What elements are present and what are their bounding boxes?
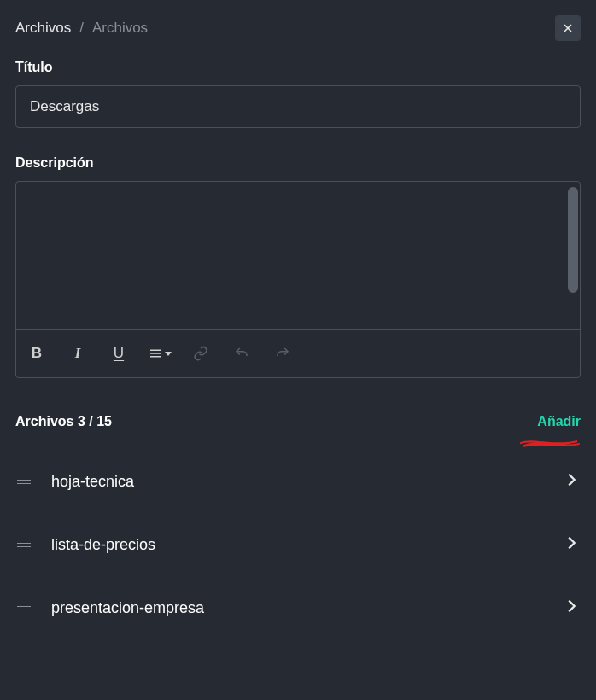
underline-button[interactable]: U: [102, 340, 136, 367]
files-count-label: Archivos 3 / 15: [15, 414, 112, 429]
title-label: Título: [15, 60, 581, 75]
bold-button[interactable]: B: [20, 340, 54, 367]
undo-icon: [234, 346, 249, 361]
file-name: presentacion-empresa: [51, 599, 543, 617]
title-input[interactable]: [15, 85, 581, 128]
italic-button[interactable]: I: [61, 340, 95, 367]
list-item[interactable]: presentacion-empresa: [15, 576, 581, 639]
breadcrumb-separator: /: [79, 20, 84, 37]
list-format-button[interactable]: [143, 340, 177, 367]
chevron-right-icon: [562, 534, 581, 556]
close-icon: [561, 21, 575, 35]
list-icon: [148, 346, 163, 361]
editor-container: B I U: [15, 181, 581, 378]
description-label: Descripción: [15, 155, 581, 171]
underline-icon: U: [114, 345, 124, 362]
drag-handle-icon[interactable]: [15, 543, 32, 547]
list-item[interactable]: hoja-tecnica: [15, 450, 581, 513]
link-icon: [193, 346, 208, 361]
list-item[interactable]: lista-de-precios: [15, 513, 581, 576]
file-name: lista-de-precios: [51, 536, 543, 554]
drag-handle-icon[interactable]: [15, 606, 32, 610]
chevron-down-icon: [165, 352, 172, 356]
italic-icon: I: [75, 345, 81, 362]
breadcrumb-root[interactable]: Archivos: [15, 20, 71, 37]
annotation-scribble: [519, 436, 581, 452]
redo-icon: [275, 346, 290, 361]
close-button[interactable]: [555, 15, 581, 41]
add-file-button[interactable]: Añadir: [537, 414, 581, 429]
redo-button[interactable]: [266, 340, 300, 367]
files-header: Archivos 3 / 15 Añadir: [15, 414, 581, 429]
chevron-right-icon: [562, 597, 581, 619]
file-name: hoja-tecnica: [51, 473, 543, 491]
drag-handle-icon[interactable]: [15, 480, 32, 484]
header: Archivos / Archivos: [15, 15, 581, 41]
description-editor[interactable]: [16, 182, 580, 325]
breadcrumb: Archivos / Archivos: [15, 20, 148, 37]
editor-toolbar: B I U: [16, 329, 580, 377]
bold-icon: B: [32, 345, 42, 362]
files-list: hoja-tecnica lista-de-precios presentaci…: [15, 450, 581, 639]
scrollbar-thumb[interactable]: [568, 187, 578, 293]
undo-button[interactable]: [225, 340, 259, 367]
breadcrumb-current: Archivos: [92, 20, 148, 37]
link-button[interactable]: [184, 340, 218, 367]
chevron-right-icon: [562, 470, 581, 493]
